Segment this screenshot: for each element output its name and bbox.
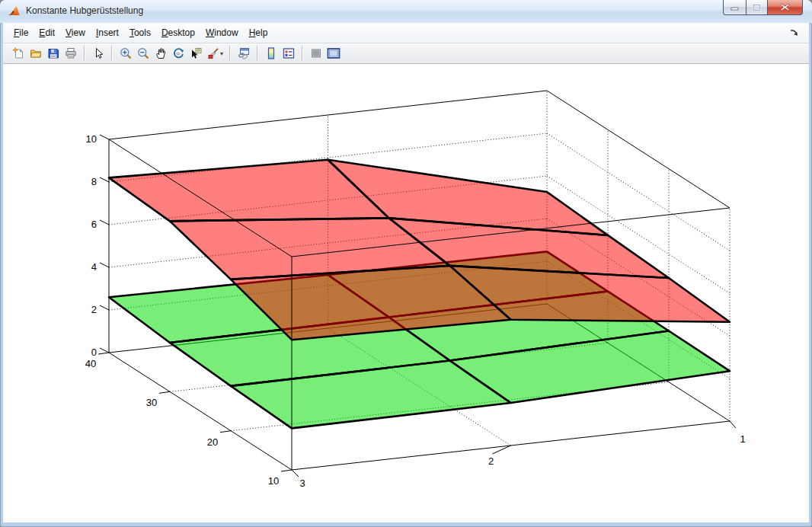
insert-colorbar-button[interactable]: [264, 45, 279, 62]
show-plot-tools-button[interactable]: [326, 45, 341, 62]
link-plot-icon: [237, 47, 251, 59]
close-button[interactable]: [768, 0, 803, 15]
x-tick-label: 2: [488, 455, 494, 467]
z-tick-label: 0: [91, 347, 97, 358]
minimize-icon: [730, 4, 739, 11]
new-figure-button[interactable]: [11, 45, 26, 62]
save-figure-button[interactable]: [46, 45, 61, 62]
window-title: Konstante Hubgerüststellung: [26, 5, 143, 16]
pan-button[interactable]: [153, 45, 168, 62]
maximize-icon: [753, 4, 761, 11]
zoom-in-icon: [120, 47, 132, 59]
save-figure-icon: [47, 47, 59, 59]
z-tick-label: 8: [91, 176, 97, 187]
x-tick-label: 1: [740, 433, 745, 445]
y-tick-label: 30: [146, 397, 157, 408]
toolbar-separator: [111, 46, 112, 61]
y-tick-label: 40: [85, 358, 96, 369]
matlab-icon: [8, 5, 21, 18]
toolbar-separator: [229, 46, 230, 61]
figure-canvas[interactable]: 024681010203040123: [3, 64, 809, 522]
menu-item-insert[interactable]: Insert: [96, 27, 119, 38]
insert-legend-button[interactable]: [281, 45, 296, 62]
open-file-button[interactable]: [28, 45, 43, 62]
hide-plot-tools-icon: [310, 47, 322, 59]
title-bar[interactable]: Konstante Hubgerüststellung: [0, 0, 812, 24]
show-plot-tools-icon: [327, 47, 340, 59]
close-icon: [780, 3, 790, 11]
zoom-out-icon: [137, 47, 149, 59]
rotate-3d-icon: [172, 47, 184, 59]
link-plot-button[interactable]: [236, 45, 251, 62]
zoom-in-button[interactable]: [118, 45, 133, 62]
open-file-icon: [30, 47, 42, 59]
pan-hand-icon: [155, 47, 167, 59]
z-tick-label: 10: [86, 133, 97, 145]
menu-item-desktop[interactable]: Desktop: [161, 27, 195, 38]
z-tick-label: 6: [91, 219, 97, 230]
menu-item-window[interactable]: Window: [206, 27, 238, 38]
insert-legend-icon: [283, 47, 295, 59]
brush-data-button[interactable]: [206, 45, 221, 62]
menu-item-edit[interactable]: Edit: [39, 27, 55, 38]
data-cursor-button[interactable]: [188, 45, 203, 62]
menu-item-tools[interactable]: Tools: [129, 27, 151, 38]
brush-dropdown-caret[interactable]: ▾: [220, 50, 223, 57]
minimize-button[interactable]: [723, 0, 746, 15]
brush-data-icon: [207, 47, 219, 59]
edit-plot-cursor-icon: [92, 47, 104, 59]
z-tick-label: 4: [91, 261, 97, 273]
y-tick-label: 20: [207, 436, 218, 448]
z-tick-label: 2: [91, 304, 97, 315]
surface-plot[interactable]: 024681010203040123: [3, 64, 809, 522]
menu-item-view[interactable]: View: [66, 27, 85, 38]
hide-plot-tools-button[interactable]: [308, 45, 324, 62]
data-cursor-icon: [190, 47, 202, 59]
menu-bar: FileEditViewInsertToolsDesktopWindowHelp: [3, 23, 809, 43]
menu-item-help[interactable]: Help: [249, 27, 268, 38]
dock-figure-icon[interactable]: [789, 27, 800, 38]
toolbar-separator: [84, 46, 85, 61]
print-figure-button[interactable]: [63, 45, 78, 62]
figure-window: Konstante Hubgerüststellung FileEdit: [0, 0, 812, 527]
toolbar-separator: [302, 46, 302, 61]
maximize-button[interactable]: [746, 0, 768, 15]
toolbar-separator: [257, 46, 257, 61]
rotate-3d-button[interactable]: [171, 45, 186, 62]
zoom-out-button[interactable]: [136, 45, 151, 62]
print-figure-icon: [65, 47, 77, 59]
menu-item-file[interactable]: File: [14, 27, 28, 38]
x-tick-label: 3: [299, 477, 305, 489]
figure-toolbar: ▾: [3, 43, 809, 64]
y-tick-label: 10: [268, 475, 279, 487]
insert-colorbar-icon: [265, 47, 277, 59]
new-figure-icon: [12, 47, 24, 59]
edit-plot-button[interactable]: [91, 45, 106, 62]
